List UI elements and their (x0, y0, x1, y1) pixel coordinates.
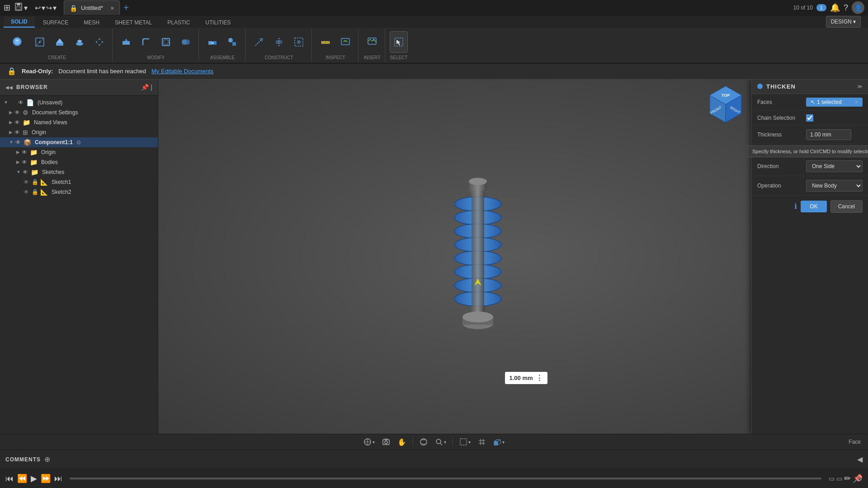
tree-label-unsaved: (Unsaved) (38, 99, 62, 106)
step-back-button[interactable]: ⏪ (17, 474, 27, 483)
new-component-button[interactable] (5, 31, 29, 53)
timeline-rect2-button[interactable]: ▭ (836, 475, 842, 482)
tab-title: Untitled* (81, 5, 103, 11)
select-button[interactable] (390, 31, 408, 53)
revolve-button[interactable] (71, 31, 89, 53)
thicken-ok-button[interactable]: OK (801, 201, 826, 212)
right-group: 10 of 10 1 🔔 ? 👤 (793, 1, 864, 14)
tab-mesh[interactable]: MESH (76, 18, 107, 28)
help-button[interactable]: ? (844, 3, 848, 13)
faces-selected-badge[interactable]: ↖ 1 selected × (806, 98, 863, 107)
tree-label-sketches: Sketches (42, 169, 64, 175)
skip-to-end-button[interactable]: ⏭ (54, 474, 62, 483)
tree-item-origin[interactable]: ▶ 👁 ⊞ Origin (0, 127, 158, 137)
capture-button[interactable] (379, 436, 393, 448)
skip-to-start-button[interactable]: ⏮ (5, 474, 14, 483)
add-comment-button[interactable]: ⊕ (44, 455, 50, 464)
operation-select[interactable]: New Body (806, 180, 863, 192)
svg-point-21 (184, 39, 190, 45)
tree-item-component-origin[interactable]: ▶ 👁 📁 Origin (0, 147, 158, 157)
nav-cube[interactable]: TOP FRONT RIGHT (705, 84, 746, 125)
chain-checkbox[interactable] (806, 114, 813, 122)
sidebar-pin-button[interactable]: 📌 (141, 84, 149, 91)
thicken-cancel-button[interactable]: Cancel (830, 200, 863, 213)
play-button[interactable]: ▶ (31, 474, 37, 483)
add-tab-button[interactable]: + (123, 3, 129, 13)
timeline-pencil-button[interactable]: ✏ (844, 474, 851, 483)
design-button[interactable]: DESIGN ▾ (826, 16, 861, 28)
view-cube-button[interactable]: ▾ (491, 436, 507, 448)
svg-rect-39 (341, 38, 349, 45)
redo-button[interactable]: ↪ (46, 4, 52, 12)
grid-toggle-button[interactable] (475, 436, 489, 448)
pan-button[interactable]: ✋ (395, 436, 409, 448)
tree-item-sketches[interactable]: ▼ 👁 📁 Sketches (0, 167, 158, 177)
insert-btn1[interactable] (363, 31, 381, 53)
shell-button[interactable] (157, 31, 175, 53)
tab-utilities[interactable]: UTILITIES (198, 18, 238, 28)
create-sketch-button[interactable] (31, 31, 49, 53)
sidebar-collapse-button[interactable]: | (151, 84, 152, 91)
undo-dropdown-button[interactable]: ▾ (42, 4, 45, 12)
thickness-input[interactable] (806, 129, 851, 140)
create-label: CREATE (48, 55, 66, 60)
joint-button[interactable] (203, 31, 222, 53)
file-menu-button[interactable] (14, 2, 23, 13)
faces-clear-button[interactable]: × (855, 99, 858, 105)
notifications-button[interactable]: 🔔 (830, 3, 840, 13)
chain-label: Chain Selection (757, 115, 802, 121)
thicken-expand-icon[interactable]: ≫ (857, 84, 863, 89)
snap-button[interactable]: ▾ (361, 436, 377, 448)
press-pull-button[interactable] (117, 31, 135, 53)
assemble-btn2[interactable] (223, 31, 241, 53)
faces-arrow-icon: ↖ (811, 99, 815, 105)
settings-button[interactable]: ⚙ (855, 474, 863, 483)
svg-rect-18 (162, 38, 170, 46)
step-forward-button[interactable]: ⏩ (41, 474, 51, 483)
editable-docs-button[interactable]: My Editable Documents (151, 68, 213, 75)
construct-btn1[interactable] (250, 31, 268, 53)
chain-selection-row: Chain Selection (752, 111, 868, 126)
tree-item-sketch1[interactable]: 👁 🔒 📐 Sketch1 (0, 177, 158, 187)
timeline[interactable] (70, 478, 821, 479)
extrude-button[interactable] (51, 31, 69, 53)
thickness-section: Thickness Specify thickness, or hold Ctr… (752, 126, 868, 144)
tab-sheet-metal[interactable]: SHEET METAL (108, 18, 159, 28)
bottom-toolbar: ▾ ✋ ▾ ▾ (0, 434, 868, 450)
measure-button[interactable] (316, 31, 335, 53)
tree-item-sketch2[interactable]: 👁 🔒 📐 Sketch2 (0, 187, 158, 197)
redo-dropdown-button[interactable]: ▾ (53, 4, 57, 12)
construct-btn2[interactable] (270, 31, 288, 53)
timeline-rect1-button[interactable]: ▭ (829, 475, 835, 482)
tab-plastic[interactable]: PLASTIC (160, 18, 197, 28)
sidebar-header: ◀◀ BROWSER 📌 | (0, 80, 158, 96)
tab-solid[interactable]: SOLID (4, 17, 35, 28)
display-mode-button[interactable]: ▾ (457, 436, 473, 448)
svg-rect-75 (460, 439, 467, 445)
tree-item-doc-settings[interactable]: ▶ 👁 ⚙ Document Settings (0, 108, 158, 117)
tree-item-named-views[interactable]: ▶ 👁 📁 Named Views (0, 117, 158, 127)
thicken-header-icon (757, 84, 763, 89)
zoom-button[interactable]: ▾ (432, 436, 449, 448)
app-grid-button[interactable]: ⊞ (4, 3, 10, 13)
thicken-faces-row: Faces ↖ 1 selected × (752, 94, 868, 111)
move-button[interactable] (90, 31, 108, 53)
tree-item-bodies[interactable]: ▶ 👁 📁 Bodies (0, 157, 158, 167)
tree-item-root[interactable]: ▼ 👁 📄 (Unsaved) (0, 98, 158, 108)
tree-item-component1[interactable]: ▼ 👁 📦 Component1:1 ⊙ (0, 137, 158, 147)
undo-button[interactable]: ↩ (35, 4, 41, 12)
orbit-button[interactable] (417, 436, 430, 448)
avatar-button[interactable]: 👤 (852, 1, 864, 14)
close-tab-button[interactable]: × (110, 5, 114, 12)
save-dropdown-button[interactable]: ▾ (24, 4, 28, 12)
combine-button[interactable] (177, 31, 195, 53)
construct-btn3[interactable] (290, 31, 308, 53)
operation-label: Operation (757, 183, 802, 189)
inspect-btn2[interactable] (336, 31, 354, 53)
thicken-info-button[interactable]: ℹ (794, 202, 797, 211)
fillet-button[interactable] (137, 31, 155, 53)
3d-model (433, 170, 523, 343)
collapse-comments-button[interactable]: ◀ (857, 455, 863, 464)
tab-surface[interactable]: SURFACE (36, 18, 76, 28)
direction-select[interactable]: One Side (806, 160, 863, 172)
